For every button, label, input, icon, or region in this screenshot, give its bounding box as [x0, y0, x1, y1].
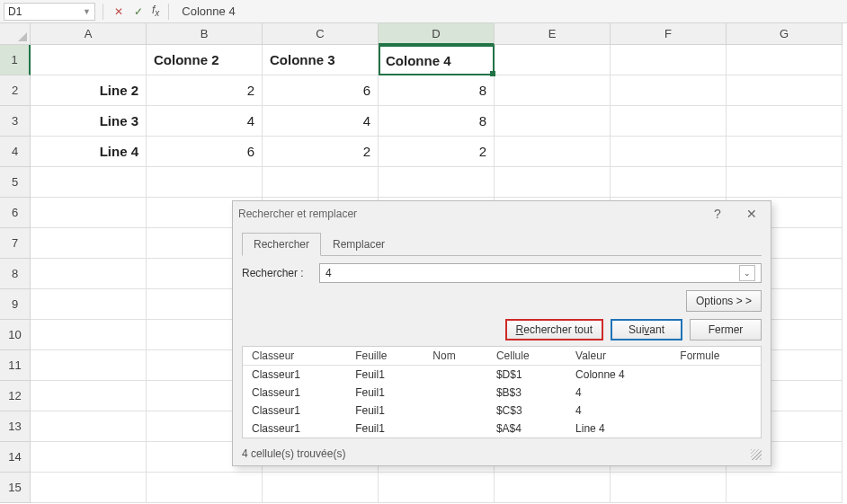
- row-header[interactable]: 3: [0, 106, 31, 137]
- row-header[interactable]: 15: [0, 473, 31, 503]
- cell[interactable]: [263, 473, 379, 503]
- cell[interactable]: [495, 473, 611, 503]
- cell-active[interactable]: Colonne 4: [379, 45, 495, 75]
- cell[interactable]: [727, 137, 843, 167]
- results-row[interactable]: Classeur1 Feuil1 $B$3 4: [243, 384, 761, 402]
- results-header[interactable]: Nom: [424, 347, 487, 366]
- cell[interactable]: [31, 320, 147, 350]
- fx-icon[interactable]: fx: [150, 4, 161, 18]
- row-header[interactable]: 7: [0, 228, 31, 259]
- row-header[interactable]: 12: [0, 381, 31, 411]
- formula-input[interactable]: Colonne 4: [176, 3, 843, 21]
- cell[interactable]: [611, 75, 727, 106]
- select-all-corner[interactable]: [0, 23, 31, 45]
- cancel-formula-icon[interactable]: ✕: [111, 4, 127, 20]
- cell[interactable]: [611, 45, 727, 75]
- col-header[interactable]: A: [31, 23, 147, 45]
- cell[interactable]: [147, 167, 263, 198]
- cell[interactable]: Colonne 3: [263, 45, 379, 75]
- options-button[interactable]: Options > >: [686, 290, 762, 312]
- cell[interactable]: [727, 75, 843, 106]
- cell[interactable]: [31, 473, 147, 503]
- results-header[interactable]: Valeur: [566, 347, 671, 366]
- results-header[interactable]: Cellule: [487, 347, 566, 366]
- tab-replace[interactable]: Remplacer: [321, 233, 397, 256]
- col-header[interactable]: G: [727, 23, 843, 45]
- results-list[interactable]: Classeur Feuille Nom Cellule Valeur Form…: [242, 346, 762, 438]
- cell[interactable]: [611, 473, 727, 503]
- cell[interactable]: [611, 167, 727, 198]
- cell[interactable]: 4: [147, 106, 263, 137]
- close-button[interactable]: Fermer: [690, 319, 762, 340]
- row-header[interactable]: 6: [0, 198, 31, 228]
- cell[interactable]: [31, 167, 147, 198]
- cell[interactable]: [31, 228, 147, 259]
- cell[interactable]: [727, 167, 843, 198]
- close-icon[interactable]: ✕: [738, 207, 765, 221]
- row-header[interactable]: 10: [0, 320, 31, 350]
- cell[interactable]: 6: [147, 137, 263, 167]
- results-row[interactable]: Classeur1 Feuil1 $C$3 4: [243, 402, 761, 420]
- find-all-button[interactable]: Rechercher tout: [505, 319, 603, 340]
- cell[interactable]: Colonne 2: [147, 45, 263, 75]
- cell[interactable]: 2: [263, 137, 379, 167]
- cell[interactable]: 8: [379, 106, 495, 137]
- cell[interactable]: [31, 45, 147, 75]
- cell[interactable]: [727, 106, 843, 137]
- cell[interactable]: Line 3: [31, 106, 147, 137]
- results-header[interactable]: Classeur: [243, 347, 346, 366]
- results-row[interactable]: Classeur1 Feuil1 $A$4 Line 4: [243, 420, 761, 438]
- cell[interactable]: [31, 198, 147, 228]
- cell[interactable]: [727, 45, 843, 75]
- cell[interactable]: [31, 381, 147, 411]
- cell[interactable]: [495, 75, 611, 106]
- chevron-down-icon[interactable]: ▼: [83, 7, 91, 16]
- resize-handle-icon[interactable]: [751, 449, 762, 460]
- cell[interactable]: 2: [147, 75, 263, 106]
- cell[interactable]: [31, 259, 147, 289]
- cell[interactable]: [727, 473, 843, 503]
- cell[interactable]: [31, 411, 147, 442]
- row-header[interactable]: 11: [0, 350, 31, 381]
- row-header[interactable]: 2: [0, 75, 31, 106]
- name-box[interactable]: D1 ▼: [4, 3, 95, 21]
- tab-find[interactable]: Rechercher: [242, 233, 321, 256]
- cell[interactable]: [495, 45, 611, 75]
- col-header[interactable]: C: [263, 23, 379, 45]
- cell[interactable]: [31, 289, 147, 320]
- cell[interactable]: 2: [379, 137, 495, 167]
- cell[interactable]: [495, 137, 611, 167]
- find-next-button[interactable]: Suivant: [611, 319, 682, 340]
- row-header[interactable]: 1: [0, 45, 31, 75]
- chevron-down-icon[interactable]: ⌄: [739, 265, 755, 281]
- cell[interactable]: [379, 473, 495, 503]
- col-header[interactable]: B: [147, 23, 263, 45]
- cell[interactable]: 4: [263, 106, 379, 137]
- accept-formula-icon[interactable]: ✓: [130, 4, 147, 20]
- cell[interactable]: [31, 442, 147, 473]
- row-header[interactable]: 5: [0, 167, 31, 198]
- row-header[interactable]: 13: [0, 411, 31, 442]
- results-header[interactable]: Formule: [671, 347, 761, 366]
- results-header[interactable]: Feuille: [346, 347, 424, 366]
- row-header[interactable]: 8: [0, 259, 31, 289]
- cell[interactable]: [263, 167, 379, 198]
- cell[interactable]: Line 4: [31, 137, 147, 167]
- cell[interactable]: [495, 106, 611, 137]
- cell[interactable]: [611, 106, 727, 137]
- cell[interactable]: [495, 167, 611, 198]
- col-header[interactable]: D: [379, 23, 495, 45]
- help-icon[interactable]: ?: [704, 207, 731, 221]
- row-header[interactable]: 9: [0, 289, 31, 320]
- col-header[interactable]: F: [611, 23, 727, 45]
- results-row[interactable]: Classeur1 Feuil1 $D$1 Colonne 4: [243, 366, 761, 385]
- cell[interactable]: 8: [379, 75, 495, 106]
- find-input[interactable]: 4 ⌄: [319, 263, 762, 283]
- cell[interactable]: [379, 167, 495, 198]
- cell[interactable]: 6: [263, 75, 379, 106]
- cell[interactable]: [611, 137, 727, 167]
- row-header[interactable]: 4: [0, 137, 31, 167]
- cell[interactable]: [31, 350, 147, 381]
- row-header[interactable]: 14: [0, 442, 31, 473]
- dialog-titlebar[interactable]: Rechercher et remplacer ? ✕: [233, 201, 771, 226]
